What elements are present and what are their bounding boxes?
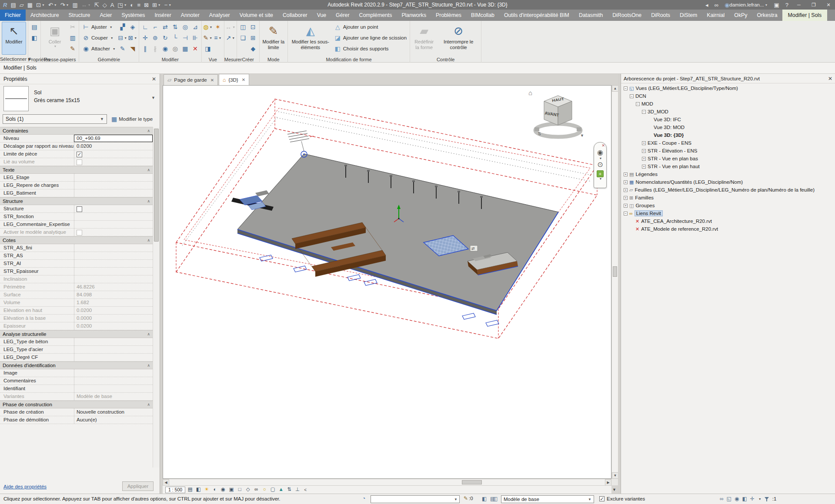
tree-item-str-vue-en-plan-bas[interactable]: +STR - Vue en plan bas <box>621 155 835 162</box>
tree-item-nomenclatures-quantit-s-leg-discipline-n[interactable]: +▦Nomenclatures/Quantités (LEG_Disciplin… <box>621 178 835 186</box>
ribbon-tab-acier[interactable]: Acier <box>95 10 117 21</box>
tag-by-category-button[interactable]: ◇ <box>101 0 108 9</box>
reveal-hidden-elements-button[interactable]: ○ <box>261 486 268 493</box>
ribbon-tab-distem[interactable]: DiStem <box>675 10 702 21</box>
copy-move-button[interactable]: ⊚ <box>151 33 160 43</box>
ribbon-tab-volume-et-site[interactable]: Volume et site <box>235 10 278 21</box>
tree-expander-icon[interactable]: + <box>642 157 646 161</box>
property-section-header[interactable]: Contraintes∧ <box>0 127 153 135</box>
user-menu-dropdown-icon[interactable]: ▼ <box>765 3 768 7</box>
sun-path-button[interactable]: ☀ <box>203 486 210 493</box>
visual-style-button[interactable]: ◧ <box>195 486 202 493</box>
close-properties-icon[interactable]: ✕ <box>152 76 156 82</box>
show-crop-region-button[interactable]: □ <box>236 486 243 493</box>
section-collapse-icon[interactable]: ∧ <box>147 402 150 407</box>
switch-windows-dropdown-icon[interactable]: ▼ <box>158 3 161 7</box>
steering-wheel-menu-icon[interactable]: ▼ <box>599 157 602 160</box>
interrupt-control-button[interactable]: ⊘Interrompre le contrôle <box>438 22 479 55</box>
tree-expander-icon[interactable]: + <box>642 165 646 169</box>
pin-button[interactable]: ◉ <box>161 43 170 54</box>
override-graphics-brush-button[interactable]: ✎▼ <box>204 33 212 43</box>
export-3d-button[interactable]: ⊡▼ <box>35 0 46 9</box>
temporary-hide-isolate-button[interactable]: ∞ <box>253 486 260 493</box>
tree-item-vue-3d-ifc[interactable]: Vue 3D: IFC <box>621 116 835 123</box>
steering-wheel-icon[interactable]: ◉ <box>597 148 603 156</box>
text-note-button[interactable]: A <box>109 0 116 9</box>
measure-diagonal-button[interactable]: ↗▼ <box>226 33 235 43</box>
ribbon-tab-diroots[interactable]: DiRoots <box>646 10 675 21</box>
scroll-left-icon[interactable]: ◀ <box>163 479 169 486</box>
property-value[interactable] <box>74 338 153 345</box>
measure-button[interactable]: ↔▼ <box>80 0 92 9</box>
ribbon-tab-planworks[interactable]: Planworks <box>397 10 431 21</box>
tree-expander-icon[interactable]: + <box>624 172 628 176</box>
measure-diagonal-dropdown-icon[interactable]: ▼ <box>232 36 235 40</box>
property-value[interactable] <box>74 252 153 259</box>
customize-qat-dropdown-icon[interactable]: ▼ <box>168 3 171 7</box>
section-collapse-icon[interactable]: ∧ <box>147 168 150 172</box>
ribbon-tab-orkestra[interactable]: Orkestra <box>752 10 782 21</box>
default-3d-view-dropdown-icon[interactable]: ▼ <box>124 3 127 7</box>
worksharing-display-icon[interactable]: ◧ <box>482 496 487 502</box>
close-button[interactable]: ✕ <box>823 2 834 8</box>
navigation-bar-close-icon[interactable]: ✕ <box>601 143 605 148</box>
tree-expander-icon[interactable]: + <box>642 149 646 153</box>
cope-button[interactable]: ⌐ <box>151 22 160 32</box>
create-group-button[interactable]: ⊞ <box>249 33 257 43</box>
attach-geometry-button[interactable]: ◉Attacher▼ <box>81 43 117 54</box>
model-canvas[interactable]: ⇄ ⌂ <box>163 85 611 479</box>
trim-extend-single-button[interactable]: ⊣ <box>181 33 190 43</box>
property-value[interactable]: Aucun(e) <box>74 416 153 424</box>
tree-item-familles[interactable]: +⊞Familles <box>621 194 835 202</box>
element-filter-select[interactable]: Sols (1) ▼ <box>3 114 107 124</box>
align-button[interactable]: ∟ <box>141 22 150 32</box>
ribbon-tab-probl-mes[interactable]: Problèmes <box>431 10 466 21</box>
status-drag-on-selection-button[interactable]: ✛ <box>750 496 755 502</box>
property-value[interactable] <box>74 377 153 385</box>
property-value[interactable]: 00_+90.69 <box>74 135 153 142</box>
ribbon-tab-ins-rer[interactable]: Insérer <box>150 10 176 21</box>
property-value[interactable] <box>74 260 153 267</box>
ribbon-tab-analyser[interactable]: Analyser <box>204 10 235 21</box>
section-collapse-icon[interactable]: ∧ <box>147 129 150 133</box>
array-button[interactable]: ▦ <box>181 43 190 54</box>
create-parts-button[interactable]: ◫ <box>239 22 247 32</box>
tree-item-ate-cea-architecture-r20-rvt[interactable]: ✕ATE_CEA_Architecture_R20.rvt <box>621 217 835 225</box>
section-collapse-icon[interactable]: ∧ <box>147 199 150 203</box>
exclude-options-checkbox[interactable]: ✓ <box>599 496 605 501</box>
zoom-menu-icon[interactable]: ▼ <box>599 177 602 180</box>
collapse-toolbar-button[interactable]: ◂ <box>704 0 710 9</box>
measure-dropdown-icon[interactable]: ▼ <box>88 3 91 7</box>
section-collapse-icon[interactable]: ∧ <box>147 332 150 336</box>
rotate-button[interactable]: ↻ <box>161 33 170 43</box>
type-dropdown-icon[interactable]: ▼ <box>151 96 155 100</box>
property-value[interactable] <box>74 354 153 361</box>
properties-scrollbar-thumb[interactable] <box>154 129 159 242</box>
tree-item-feuilles-leg-m-tier-leg-discipline-leg-n[interactable]: +▱Feuilles (LEG_Métier/LEG_Discipline/LE… <box>621 186 835 194</box>
tree-expander-icon[interactable]: − <box>636 102 640 106</box>
properties-palette-button[interactable]: ▤ <box>30 22 39 32</box>
measure-between-dropdown-icon[interactable]: ▼ <box>232 26 235 29</box>
scale-button[interactable]: ⊿ <box>191 22 200 32</box>
view-lock-button[interactable]: ◇ <box>244 486 251 493</box>
property-section-header[interactable]: Analyse structurelle∧ <box>0 330 153 338</box>
user-account-menu[interactable]: ◉damien.lefran...▼ <box>723 0 769 9</box>
property-value[interactable] <box>74 213 153 220</box>
design-option-select[interactable]: Modèle de base ▼ <box>501 495 594 503</box>
tree-item-vue-3d-mod[interactable]: Vue 3D: MOD <box>621 123 835 131</box>
section-collapse-icon[interactable]: ∧ <box>147 238 150 242</box>
ribbon-tab-datasmith[interactable]: Datasmith <box>574 10 608 21</box>
undo-dropdown-icon[interactable]: ▼ <box>54 3 57 7</box>
customize-qat-button[interactable]: −▼ <box>163 0 173 9</box>
mirror-pick-axis-button[interactable]: ⇄ <box>161 22 170 32</box>
detail-level-button[interactable]: ▤ <box>187 486 194 493</box>
reveal-hidden-lightbulb-dropdown-icon[interactable]: ▼ <box>209 26 212 29</box>
ribbon-tab-annoter[interactable]: Annoter <box>176 10 204 21</box>
ribbon-tab-kairnial[interactable]: Kairnial <box>702 10 729 21</box>
ribbon-tab-g-rer[interactable]: Gérer <box>331 10 354 21</box>
tree-item-3d-mod[interactable]: −3D_MOD <box>621 108 835 116</box>
scroll-right-icon[interactable]: ▶ <box>605 479 611 486</box>
unjoin-geometry-button[interactable]: ⊠▼ <box>128 33 137 43</box>
status-select-by-face-button[interactable]: ◧ <box>742 496 747 502</box>
tree-expander-icon[interactable]: + <box>624 196 628 200</box>
